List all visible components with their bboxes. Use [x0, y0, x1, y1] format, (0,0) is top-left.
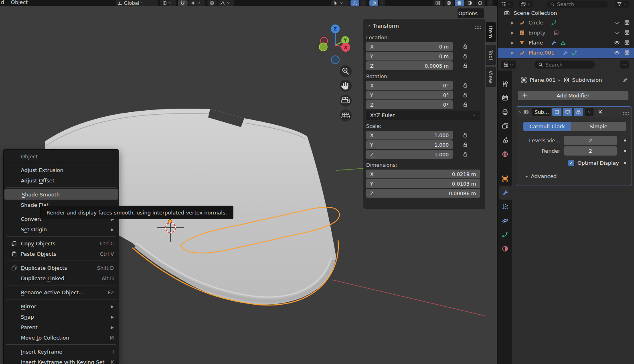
menu-item-insert-keyframe-with-keying-set[interactable]: Insert Keyframe with Keying SetK [4, 357, 119, 364]
properties-tab-render[interactable] [498, 91, 512, 105]
lock-open-icon[interactable] [462, 53, 468, 59]
simple-button[interactable]: Simple [571, 122, 626, 131]
object-name[interactable]: Plane.001 [529, 50, 555, 56]
properties-tab-material[interactable] [498, 242, 512, 256]
properties-search-input[interactable] [545, 62, 585, 68]
breadcrumb-modifier[interactable]: Subdivision [572, 77, 602, 83]
eye-closed-icon[interactable] [614, 30, 620, 36]
expand-arrow-icon[interactable]: ▶ [511, 30, 515, 35]
transform-panel-header[interactable]: Transform [363, 21, 485, 32]
eye-open-icon[interactable] [614, 50, 620, 56]
properties-options-dropdown[interactable] [620, 61, 629, 69]
gizmo-minus-z[interactable] [331, 56, 339, 64]
expand-arrow-icon[interactable]: ▶ [511, 40, 515, 45]
dimensions-y-field[interactable]: Y0.0103 m [366, 179, 480, 188]
properties-tab-world[interactable] [498, 147, 512, 161]
catmull-clark-button[interactable]: Catmull-Clark [523, 122, 571, 131]
camera-icon[interactable] [624, 30, 630, 36]
rotation-mode-dropdown[interactable]: XYZ Euler [366, 111, 480, 120]
expand-arrow-icon[interactable]: ▶ [511, 51, 515, 55]
eye-closed-icon[interactable] [614, 20, 620, 26]
drag-grip-icon[interactable] [475, 24, 481, 28]
location-y-field[interactable]: Y0 m [366, 52, 453, 61]
outliner-search[interactable] [547, 1, 608, 8]
realtime-display-toggle[interactable] [563, 108, 572, 116]
edit-mode-display-toggle[interactable] [552, 108, 561, 116]
properties-tab-object[interactable] [498, 172, 512, 186]
lock-open-icon[interactable] [462, 102, 468, 107]
proportional-falloff-dropdown[interactable] [218, 0, 234, 6]
location-x-field[interactable]: X0 m [366, 42, 453, 51]
breadcrumb-object[interactable]: Plane.001 [530, 77, 556, 83]
pan-hand-button[interactable] [340, 80, 352, 92]
orthographic-toggle-button[interactable] [340, 109, 352, 121]
animate-dot[interactable] [624, 140, 626, 142]
scale-x-field[interactable]: X1.000 [366, 131, 453, 140]
shading-dropdown[interactable] [487, 0, 493, 6]
overlays-dropdown[interactable] [379, 0, 385, 6]
camera-view-button[interactable] [340, 95, 352, 107]
outliner-row-plane[interactable]: ▶Plane [498, 38, 634, 48]
rotation-z-field[interactable]: Z0° [366, 100, 453, 109]
lock-open-icon[interactable] [462, 44, 468, 49]
expand-arrow-icon[interactable]: ▶ [511, 20, 515, 25]
snap-settings-dropdown[interactable] [188, 0, 205, 6]
animate-dot[interactable] [624, 162, 626, 164]
close-icon[interactable] [598, 109, 603, 115]
sidebar-tab-tool[interactable]: Tool [486, 45, 496, 65]
menu-object[interactable]: Object [11, 0, 28, 5]
menu-item-rename-active-object[interactable]: Rename Active Object...F2 [4, 287, 119, 297]
select-mode-dropdown[interactable] [331, 0, 349, 6]
show-gizmo-toggle[interactable] [350, 0, 359, 6]
scene-collection-row[interactable]: Scene Collection [498, 8, 634, 18]
levels-viewport-field[interactable]: 2 [564, 136, 617, 145]
properties-tab-modifiers[interactable] [499, 186, 512, 200]
pin-icon[interactable] [622, 77, 628, 83]
properties-tab-tool[interactable] [498, 77, 512, 91]
menu-item-copy-objects[interactable]: Copy ObjectsCtrl C [4, 238, 119, 249]
camera-icon[interactable] [624, 20, 630, 26]
transform-orientation-dropdown[interactable]: Global [115, 0, 158, 6]
zoom-button[interactable] [340, 65, 352, 77]
menu-add-partial[interactable]: d [1, 0, 4, 5]
navigation-gizmo[interactable]: Z Y X [319, 24, 350, 64]
properties-tab-view-layer[interactable] [498, 119, 512, 133]
outliner-row-circle[interactable]: ▶Circle [498, 18, 634, 28]
show-overlays-toggle[interactable] [369, 0, 378, 6]
object-name[interactable]: Empty [529, 30, 545, 36]
menu-item-insert-keyframe[interactable]: Insert KeyframeI [4, 346, 119, 357]
menu-item-adjust-offset[interactable]: Adjust Offset [4, 175, 119, 186]
shading-material-button[interactable] [465, 0, 475, 6]
properties-tab-scene[interactable] [498, 133, 512, 147]
expand-chevron-icon[interactable] [519, 110, 522, 114]
optimal-display-checkbox[interactable]: ✓ [568, 160, 574, 166]
properties-editor-type-dropdown[interactable] [501, 61, 516, 69]
options-dropdown[interactable]: Options [458, 8, 484, 18]
properties-tab-particles[interactable] [498, 200, 512, 214]
advanced-section-toggle[interactable]: ▸ Advanced [520, 167, 628, 181]
scale-y-field[interactable]: Y1.000 [366, 140, 453, 149]
menu-item-set-origin[interactable]: Set Origin▶ [4, 224, 119, 235]
pivot-point-dropdown[interactable] [160, 0, 176, 6]
camera-icon[interactable] [624, 50, 630, 56]
outliner-row-empty[interactable]: ▶Empty [498, 28, 634, 38]
scale-z-field[interactable]: Z1.000 [366, 150, 453, 159]
outliner-search-input[interactable] [557, 1, 597, 7]
proportional-editing-toggle[interactable] [207, 0, 217, 6]
lock-open-icon[interactable] [462, 92, 468, 98]
menu-item-duplicate-objects[interactable]: Duplicate ObjectsShift D [4, 263, 119, 273]
gizmo-minus-y[interactable] [319, 43, 327, 51]
animate-dot[interactable] [624, 150, 626, 152]
xray-toggle[interactable] [433, 0, 443, 6]
properties-tab-object-data[interactable] [498, 228, 512, 242]
menu-item-mirror[interactable]: Mirror▶ [4, 301, 119, 311]
sidebar-tab-view[interactable]: View [486, 67, 496, 87]
object-name[interactable]: Circle [529, 20, 543, 26]
menu-item-duplicate-linked[interactable]: Duplicate LinkedAlt D [4, 273, 119, 283]
properties-tab-output[interactable] [498, 105, 512, 119]
shading-wireframe-button[interactable] [444, 0, 454, 6]
dimensions-x-field[interactable]: X0.0219 m [366, 170, 480, 178]
menu-item-adjust-extrusion[interactable]: Adjust Extrusion [4, 165, 119, 175]
rotation-x-field[interactable]: X0° [366, 81, 453, 90]
eye-open-icon[interactable] [614, 40, 620, 46]
